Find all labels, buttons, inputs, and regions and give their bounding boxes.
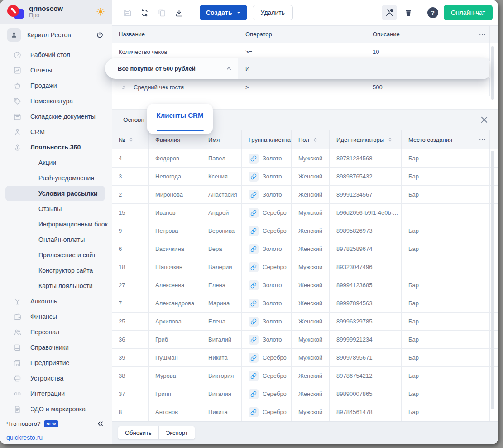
client-group-cell: Золото [242,186,292,203]
tab-main[interactable]: Основн [123,116,144,123]
client-row[interactable]: 2МироноваАнастасияЗолотоЖенский899912345… [112,186,498,204]
group-link-button[interactable] [249,317,259,327]
trash-button[interactable] [402,7,414,19]
group-link-button[interactable] [249,389,259,399]
client-row[interactable]: 4ФедоровПавелЗолотоМужской89781234568Бар [112,149,498,168]
group-link-button[interactable] [249,299,259,308]
client-row[interactable]: 38МуроваВикторияСереброЖенский8978675421… [112,367,498,385]
condition-group-row[interactable]: Все покупки от 500 рублей И [105,58,489,79]
column-settings-button[interactable] [479,26,486,43]
condition-row[interactable]: Средний чек гостя>=500 [112,78,498,96]
client-row[interactable]: 6ВасичкинаВераЗолотоЖенский89782589674Ба… [112,240,498,258]
group-link-button[interactable] [249,208,259,218]
sidebar-item-sub-15[interactable]: Карты лояльности [0,278,112,294]
clients-scrollbar[interactable] [491,151,494,409]
client-row[interactable]: 7АлександроваМаринаЗолотоЖенский89997894… [112,294,498,313]
sidebar-item-sub-8[interactable]: Push-уведомления [0,170,112,186]
brightness-sun-icon[interactable] [96,7,105,16]
clients-header-5[interactable]: Идентификаторы [330,130,402,149]
sidebar-item-sub-10[interactable]: Отзывы [0,201,112,217]
logout-power-icon[interactable] [96,31,104,39]
client-row[interactable]: 36ГрибВиталийЗолотоМужской89999921234Бар [112,331,498,349]
clients-header-6[interactable]: Место создания [402,130,490,149]
copy-button[interactable] [156,7,168,19]
help-button[interactable]: ? [427,7,438,18]
sidebar-item-dashboard[interactable]: Рабочий стол [0,47,112,63]
group-link-button[interactable] [249,172,259,182]
sidebar-item-sub-11[interactable]: Информационный блок [0,217,112,232]
online-chat-button[interactable]: Онлайн-чат [444,5,493,20]
sidebar-item-integrations[interactable]: Интеграции [0,386,112,401]
sidebar-item-loyalty[interactable]: Лояльность.360 [0,140,112,155]
client-num: 3 [119,173,122,180]
sidebar-item-sub-13[interactable]: Приложение и сайт [0,247,112,263]
sidebar-item-warehouse[interactable]: Складские документы [0,109,112,124]
group-link-button[interactable] [249,154,259,164]
conditions-scrollbar[interactable] [491,46,494,100]
close-panel-button[interactable] [479,115,489,125]
sidebar-item-devices[interactable]: Устройства [0,371,112,386]
client-group-cell: Серебро [242,204,292,222]
save-button[interactable] [121,7,133,19]
sidebar-item-alcohol[interactable]: Алкоголь [0,294,112,309]
export-button[interactable]: Экспорт [158,426,195,440]
chevron-up-icon[interactable] [226,66,232,72]
sidebar-item-sub-14[interactable]: Конструктор сайта [0,263,112,278]
sidebar-item-reports[interactable]: Отчеты [0,63,112,78]
refresh-table-button[interactable]: Обновить [118,426,159,440]
group-link-button[interactable] [249,244,259,254]
conditions-header-0[interactable]: Название [119,26,237,43]
tools-button[interactable] [382,5,397,20]
client-num-cell: 9 [119,222,149,240]
client-row[interactable]: 3НепогодаКсенияЗолотоЖенский89898765432Б… [112,168,498,186]
client-row[interactable]: 15ИвановАндрейСереброМужскойb96d2056-b9f… [112,204,498,222]
sidebar-item-finance[interactable]: Финансы [0,309,112,324]
sidebar-item-staff[interactable]: Персонал [0,324,112,340]
sidebar-item-sub-9[interactable]: Условия рассылки [5,186,105,201]
clients-header-0[interactable]: № [119,130,149,149]
group-link-button[interactable] [249,407,259,417]
collapse-sidebar-icon[interactable] [96,420,104,428]
sidebar-item-sales[interactable]: Продажи [0,78,112,93]
sidebar-item-sub-12[interactable]: Онлайн-оплаты [0,232,112,247]
group-link-button[interactable] [249,190,259,200]
group-link-button[interactable] [249,335,259,345]
group-link-button[interactable] [249,226,259,236]
sidebar-item-sub-7[interactable]: Акции [0,155,112,170]
group-link-button[interactable] [249,280,259,290]
group-link-button[interactable] [249,262,259,272]
client-row[interactable]: 39ПушманНикитаСереброМужской89097895671Б… [112,349,498,367]
client-row[interactable]: 9ПетроваВероникаСереброЖенский8989582697… [112,222,498,240]
tab-crm-clients[interactable]: Клиенты CRM [147,104,213,134]
download-button[interactable] [173,7,185,19]
client-first-name-cell: Андрей [201,204,242,222]
devices-icon [13,374,22,383]
conditions-header-1[interactable]: Оператор [237,26,364,43]
create-button[interactable]: Создать [200,5,247,20]
sidebar-item-crm[interactable]: CRM [0,124,112,140]
client-row[interactable]: 37ГриппВиталияСереброЖенский89890007865Б… [112,385,498,403]
client-row[interactable]: 8АнтоновНикитаСереброМужской89784561478Б… [112,403,498,421]
clients-header-3[interactable]: Группа клиента [242,130,292,149]
sidebar-item-nomenclature[interactable]: Номенклатура [0,93,112,109]
conditions-header-2[interactable]: Описание [364,26,490,43]
sort-icon[interactable] [312,137,318,143]
sidebar-item-directories[interactable]: Справочники [0,340,112,355]
client-row[interactable]: 25АрхиповаЕленаЗолотоЖенский89996329785Б… [112,313,498,331]
client-row[interactable]: 18ШапочкинВалерийСереброМужской893230474… [112,258,498,276]
sidebar-item-enterprise[interactable]: Предприятие [0,355,112,371]
client-row[interactable]: 27АлексееваЕленаЗолотоЖенский89994123685… [112,276,498,294]
clients-column-settings-button[interactable] [479,130,486,149]
sidebar: qrmoscow Про Кирилл Рестов Рабочий столО… [0,0,112,444]
delete-button[interactable]: Удалить [253,5,293,20]
sidebar-item-edo[interactable]: ЭДО и маркировка [0,401,112,417]
group-link-button[interactable] [249,353,259,363]
quickresto-link[interactable]: quickresto.ru [6,434,43,441]
refresh-button[interactable] [139,7,150,19]
clients-header-4[interactable]: Пол [292,130,330,149]
sort-icon[interactable] [387,137,393,143]
whats-new-row[interactable]: Что нового? NEW [0,417,112,430]
group-link-button[interactable] [249,371,259,381]
user-row[interactable]: Кирилл Рестов [0,24,112,43]
sort-icon[interactable] [128,137,134,143]
